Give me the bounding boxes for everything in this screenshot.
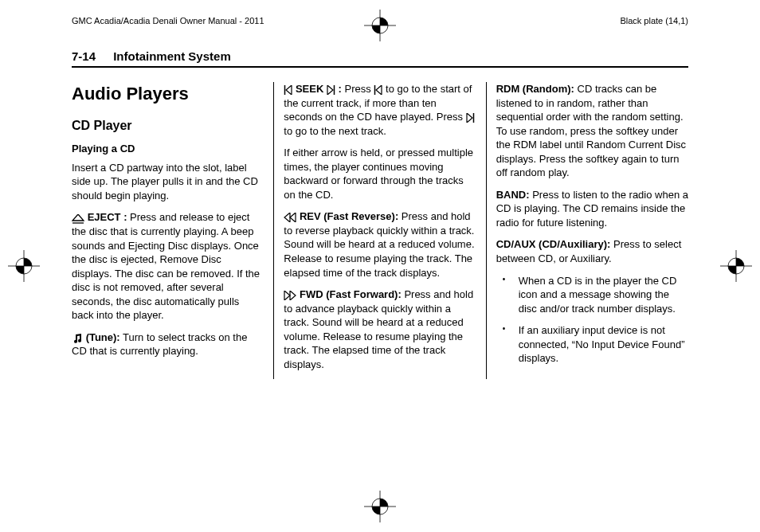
paragraph: Insert a CD partway into the slot, label… [72,161,264,203]
subsubsection-title: Playing a CD [72,142,264,156]
plate-info: Black plate (14,1) [620,16,688,25]
body-text: CD tracks can be listened to in random, … [496,83,686,178]
section-title: Audio Players [72,82,264,106]
body-text: Press [342,83,374,95]
paragraph: EJECT : Press and release to eject the d… [72,210,264,322]
bullet-list: When a CD is in the player the CD icon a… [496,274,688,366]
column-3: RDM (Random): CD tracks can be listened … [486,82,688,379]
section-name: Infotainment System [113,49,231,63]
paragraph: CD/AUX (CD/Auxiliary): Press to select b… [496,237,688,265]
seek-next-icon [466,112,475,123]
manual-title: GMC Acadia/Acadia Denali Owner Manual - … [72,16,264,25]
seek-prev-icon [284,84,292,95]
body-text: Press and hold to advance playback quick… [284,288,473,370]
registration-mark-icon [364,491,396,522]
list-item: If an auxiliary input device is not conn… [496,323,688,366]
column-2: SEEK : Press to go to the start of the c… [273,82,485,379]
seek-next-icon [327,84,335,95]
registration-mark-icon [8,250,40,282]
seek-prev-icon [374,84,382,95]
band-label: BAND: [496,189,530,201]
rev-label: REV (Fast Reverse): [300,210,398,222]
tune-label: (Tune): [86,331,120,343]
cdaux-label: CD/AUX (CD/Auxiliary): [496,238,611,250]
subsection-title: CD Player [72,117,264,135]
registration-mark-icon [720,250,752,282]
paragraph: FWD (Fast Forward): Press and hold to ad… [284,288,476,371]
body-text: Press and release to eject the disc that… [72,211,260,321]
column-1: Audio Players CD Player Playing a CD Ins… [72,82,273,379]
page-header: 7-14 Infotainment System [72,49,688,68]
paragraph: RDM (Random): CD tracks can be listened … [496,82,688,180]
paragraph: REV (Fast Reverse): Press and hold to re… [284,209,476,280]
eject-label: EJECT : [88,211,127,223]
list-item: When a CD is in the player the CD icon a… [496,274,688,316]
rdm-label: RDM (Random): [496,83,574,95]
fwd-label: FWD (Fast Forward): [300,288,402,300]
paragraph: If either arrow is held, or pressed mult… [284,146,476,201]
paragraph: SEEK : Press to go to the start of the c… [284,82,476,138]
fast-forward-icon [284,290,296,300]
page-number: 7-14 [72,49,96,63]
registration-mark-icon [364,10,396,41]
paragraph: BAND: Press to listen to the radio when … [496,188,688,230]
seek-label: SEEK [296,83,323,95]
tune-icon [72,333,83,343]
eject-icon [72,213,84,224]
body-text: to go to the next track. [284,125,386,137]
fast-reverse-icon [284,212,296,222]
paragraph: (Tune): Turn to select tracks on the CD … [72,331,264,358]
